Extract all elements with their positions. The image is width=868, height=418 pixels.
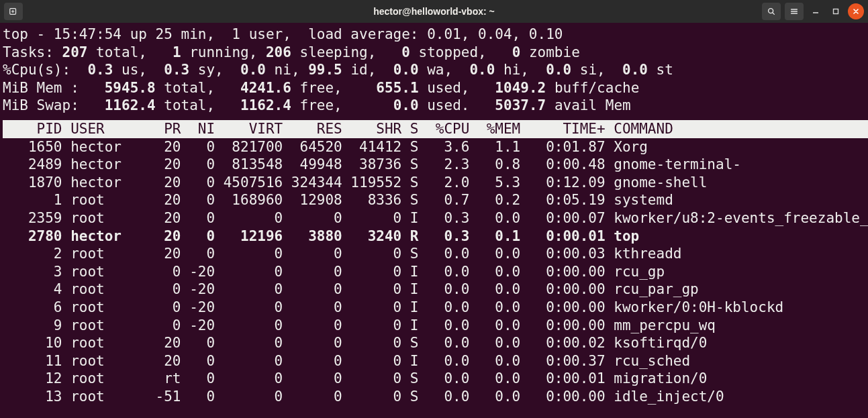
top-summary: top - 15:47:54 up 25 min, 1 user, load a… (3, 25, 868, 115)
terminal-content[interactable]: top - 15:47:54 up 25 min, 1 user, load a… (0, 23, 868, 418)
terminal-window: hector@helloworld-vbox: ~ (0, 0, 868, 418)
process-header: PID USER PR NI VIRT RES SHR S %CPU %MEM … (3, 120, 868, 138)
process-list: 1650 hector 20 0 821700 64520 41412 S 3.… (3, 138, 868, 406)
new-tab-button[interactable] (4, 3, 23, 20)
window-title: hector@helloworld-vbox: ~ (0, 6, 868, 17)
close-button[interactable] (848, 3, 864, 19)
titlebar: hector@helloworld-vbox: ~ (0, 0, 868, 23)
maximize-button[interactable] (828, 3, 844, 19)
svg-rect-2 (834, 9, 838, 14)
minimize-button[interactable] (808, 3, 824, 19)
search-button[interactable] (762, 3, 781, 20)
menu-button[interactable] (785, 3, 804, 20)
